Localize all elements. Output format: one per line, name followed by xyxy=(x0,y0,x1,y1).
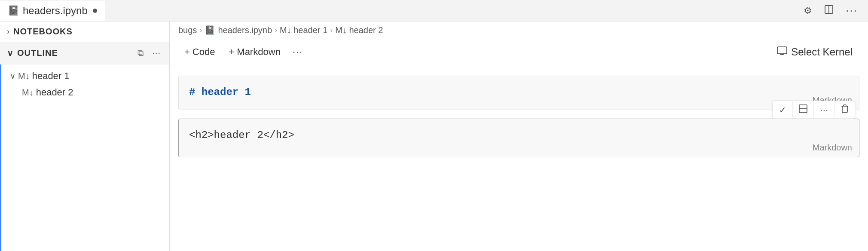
cell-1-text: # header 1 xyxy=(189,86,251,98)
sidebar: › NOTEBOOKS ∨ OUTLINE ⧉ ··· ∨ M↓ xyxy=(0,21,170,251)
cell-2[interactable]: <h2>header 2</h2> Markdown xyxy=(178,119,859,157)
cell-2-content: <h2>header 2</h2> xyxy=(179,119,859,152)
markdown-icon-2: M↓ xyxy=(22,88,34,98)
outline-item-header1[interactable]: ∨ M↓ header 1 xyxy=(1,68,169,84)
select-kernel-button[interactable]: Select Kernel xyxy=(770,43,859,61)
breadcrumb-file-icon: 📓 xyxy=(205,25,215,35)
layout-icon xyxy=(824,5,834,17)
cell-delete-button[interactable] xyxy=(835,101,855,119)
tab-label: headers.ipynb xyxy=(23,5,88,17)
outline-collapse-icon[interactable]: ∨ xyxy=(7,48,14,58)
tab-bar-actions: ⚙ ··· xyxy=(802,2,868,19)
notebooks-label: NOTEBOOKS xyxy=(13,27,73,37)
more-actions-icon: ··· xyxy=(846,4,858,17)
cell-split-button[interactable] xyxy=(793,101,814,119)
header2-label: header 2 xyxy=(36,87,73,98)
split-icon xyxy=(799,104,807,115)
tab-bar: 📓 headers.ipynb ⚙ ··· xyxy=(0,0,868,21)
cell-2-type: Markdown xyxy=(813,143,852,153)
layout-button[interactable] xyxy=(822,3,835,18)
cell-1[interactable]: # header 1 Markdown xyxy=(178,76,859,110)
check-icon: ✓ xyxy=(779,105,786,115)
outline-copy-button[interactable]: ⧉ xyxy=(136,46,145,60)
breadcrumb-sep-3: › xyxy=(330,26,333,35)
markdown-icon: M↓ xyxy=(18,71,30,81)
outline-tree: ∨ M↓ header 1 M↓ header 2 xyxy=(0,64,169,251)
add-code-button[interactable]: + Code xyxy=(178,44,221,60)
cell-more-icon: ··· xyxy=(820,105,828,115)
outline-label: OUTLINE xyxy=(17,48,58,58)
outline-more-icon: ··· xyxy=(152,48,161,58)
more-actions-button[interactable]: ··· xyxy=(844,2,859,19)
content-area: bugs › 📓 headers.ipynb › M↓ header 1 › M… xyxy=(170,21,868,251)
outline-more-button[interactable]: ··· xyxy=(150,46,162,60)
outline-header-right: ⧉ ··· xyxy=(136,46,162,60)
breadcrumb-header2: M↓ header 2 xyxy=(335,25,383,35)
code-label: Code xyxy=(193,46,215,58)
settings-button[interactable]: ⚙ xyxy=(802,3,814,18)
notebooks-expand-icon: › xyxy=(7,27,10,36)
breadcrumb-sep-1: › xyxy=(199,26,202,35)
add-markdown-button[interactable]: + Markdown xyxy=(223,44,286,60)
breadcrumb-header1: M↓ header 1 xyxy=(280,25,327,35)
cell-more-button[interactable]: ··· xyxy=(814,101,835,118)
cell-toolbar: ✓ ··· xyxy=(773,101,855,119)
cell-2-wrapper: ✓ ··· xyxy=(178,119,859,157)
file-tab[interactable]: 📓 headers.ipynb xyxy=(0,0,105,21)
markdown-label: Markdown xyxy=(237,46,280,58)
breadcrumb-file: headers.ipynb xyxy=(218,25,272,35)
cell-2-text: <h2>header 2</h2> xyxy=(189,129,294,141)
svg-rect-2 xyxy=(777,47,787,54)
tab-modified-dot xyxy=(93,9,97,13)
kernel-icon xyxy=(776,45,788,59)
main-layout: › NOTEBOOKS ∨ OUTLINE ⧉ ··· ∨ M↓ xyxy=(0,21,868,251)
breadcrumb: bugs › 📓 headers.ipynb › M↓ header 1 › M… xyxy=(170,21,868,39)
sidebar-notebooks-section[interactable]: › NOTEBOOKS xyxy=(0,21,169,42)
breadcrumb-sep-2: › xyxy=(275,26,277,35)
settings-icon: ⚙ xyxy=(804,5,812,16)
toolbar-more-icon: ··· xyxy=(293,46,303,57)
select-kernel-label: Select Kernel xyxy=(791,46,853,58)
sidebar-outline-section: ∨ OUTLINE ⧉ ··· xyxy=(0,42,169,64)
outline-item-header2[interactable]: M↓ header 2 xyxy=(1,84,169,101)
toolbar-more-button[interactable]: ··· xyxy=(288,44,307,60)
breadcrumb-bugs: bugs xyxy=(178,25,197,35)
toolbar-right: Select Kernel xyxy=(770,43,859,61)
notebook-toolbar: + Code + Markdown ··· xyxy=(170,39,868,65)
add-code-plus-icon: + xyxy=(184,46,190,58)
cells-area: # header 1 Markdown ✓ xyxy=(170,65,868,251)
add-markdown-plus-icon: + xyxy=(229,46,234,58)
cell-confirm-button[interactable]: ✓ xyxy=(773,101,793,119)
outline-header-left: ∨ OUTLINE xyxy=(7,48,132,58)
cell-1-content: # header 1 xyxy=(179,76,859,109)
copy-icon: ⧉ xyxy=(138,48,144,58)
header1-label: header 1 xyxy=(32,70,70,82)
tab-file-icon: 📓 xyxy=(8,5,19,16)
trash-icon xyxy=(841,104,849,115)
header1-collapse-icon: ∨ xyxy=(10,71,15,81)
